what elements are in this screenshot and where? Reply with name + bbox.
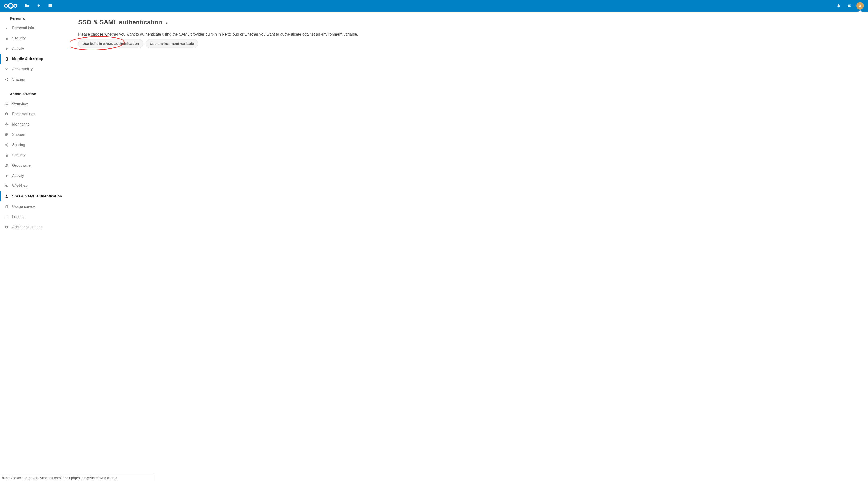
page-title: SSO & SAML authentication bbox=[78, 19, 162, 26]
sidebar-item-support[interactable]: Support bbox=[0, 129, 70, 140]
sidebar-item-workflow[interactable]: Workflow bbox=[0, 181, 70, 191]
svg-point-20 bbox=[6, 195, 7, 196]
sidebar-item-label: Usage survey bbox=[12, 204, 35, 209]
sidebar-item-overview[interactable]: Overview bbox=[0, 99, 70, 109]
use-env-variable-button[interactable]: Use environment variable bbox=[146, 39, 198, 48]
contacts-icon[interactable] bbox=[846, 3, 851, 9]
accessibility-icon bbox=[4, 67, 9, 71]
activity-bolt-icon[interactable] bbox=[36, 3, 41, 9]
main-content: SSO & SAML authentication i Please choos… bbox=[70, 12, 868, 474]
sidebar-item-label: Security bbox=[12, 153, 26, 157]
sidebar-item-mobile-desktop[interactable]: Mobile & desktop bbox=[0, 54, 70, 64]
gear-icon bbox=[4, 225, 9, 229]
header-left bbox=[3, 2, 53, 9]
list-icon bbox=[4, 101, 9, 106]
use-builtin-saml-button[interactable]: Use built-in SAML authentication bbox=[78, 39, 143, 48]
list-icon bbox=[4, 215, 9, 219]
person-icon bbox=[4, 194, 9, 199]
user-icon bbox=[4, 163, 9, 168]
sidebar-item-security-admin[interactable]: Security bbox=[0, 150, 70, 160]
sidebar-item-monitoring[interactable]: Monitoring bbox=[0, 119, 70, 129]
sidebar-item-activity-admin[interactable]: Activity bbox=[0, 171, 70, 181]
svg-point-7 bbox=[7, 78, 8, 79]
sidebar-section-admin: Administration bbox=[0, 89, 70, 99]
gear-icon bbox=[4, 112, 9, 117]
tag-icon bbox=[4, 184, 9, 188]
sidebar-item-personal-info[interactable]: i Personal info bbox=[0, 23, 70, 33]
speech-icon bbox=[4, 132, 9, 137]
header-right: A bbox=[836, 2, 866, 9]
sidebar-item-sharing-admin[interactable]: Sharing bbox=[0, 140, 70, 150]
svg-text:i: i bbox=[6, 26, 7, 30]
svg-point-17 bbox=[5, 145, 6, 146]
sidebar-item-label: Activity bbox=[12, 174, 24, 178]
sidebar-item-label: Basic settings bbox=[12, 112, 35, 116]
gallery-icon[interactable] bbox=[48, 3, 53, 9]
sidebar-item-label: Additional settings bbox=[12, 225, 42, 229]
sidebar-item-label: Groupware bbox=[12, 163, 31, 168]
svg-point-8 bbox=[5, 79, 6, 80]
svg-point-1 bbox=[8, 3, 13, 8]
settings-sidebar: Personal i Personal info Security Activi… bbox=[0, 12, 70, 474]
sidebar-item-label: Support bbox=[12, 132, 25, 137]
files-icon[interactable] bbox=[24, 3, 30, 9]
bolt-icon bbox=[4, 46, 9, 51]
sidebar-item-label: Sharing bbox=[12, 143, 25, 147]
info-italic-icon: i bbox=[4, 26, 9, 30]
sidebar-item-sharing-personal[interactable]: Sharing bbox=[0, 74, 70, 85]
sidebar-item-groupware[interactable]: Groupware bbox=[0, 160, 70, 171]
sidebar-item-label: Workflow bbox=[12, 184, 28, 188]
page-description: Please choose whether you want to authen… bbox=[78, 32, 860, 36]
avatar[interactable]: A bbox=[856, 2, 864, 9]
sidebar-item-label: Mobile & desktop bbox=[12, 57, 43, 61]
sidebar-item-label: SSO & SAML authentication bbox=[12, 194, 62, 198]
statusbar-url: https://nextcloud.greatbayconsult.com/in… bbox=[2, 476, 117, 480]
app-header: A bbox=[0, 0, 868, 12]
sidebar-item-logging[interactable]: Logging bbox=[0, 212, 70, 222]
share-icon bbox=[4, 142, 9, 147]
sidebar-item-sso-saml[interactable]: SSO & SAML authentication bbox=[0, 191, 70, 201]
sidebar-item-label: Accessibility bbox=[12, 67, 32, 71]
page-title-row: SSO & SAML authentication i bbox=[78, 19, 860, 26]
sidebar-item-label: Personal info bbox=[12, 26, 34, 30]
svg-point-19 bbox=[6, 164, 7, 165]
phone-icon bbox=[4, 57, 9, 61]
sidebar-item-usage-survey[interactable]: Usage survey bbox=[0, 201, 70, 212]
lock-icon bbox=[4, 36, 9, 41]
svg-point-6 bbox=[6, 68, 7, 68]
layout: Personal i Personal info Security Activi… bbox=[0, 12, 868, 474]
pulse-icon bbox=[4, 122, 9, 127]
svg-point-18 bbox=[7, 146, 8, 147]
sidebar-item-accessibility[interactable]: Accessibility bbox=[0, 64, 70, 74]
svg-point-16 bbox=[7, 143, 8, 144]
notifications-icon[interactable] bbox=[836, 3, 841, 9]
statusbar-area: https://nextcloud.greatbayconsult.com/in… bbox=[0, 474, 868, 481]
sidebar-item-label: Logging bbox=[12, 215, 26, 219]
nextcloud-logo-icon[interactable] bbox=[3, 2, 18, 9]
lock-icon bbox=[4, 153, 9, 158]
svg-point-0 bbox=[5, 4, 7, 7]
sidebar-item-label: Monitoring bbox=[12, 122, 30, 126]
sidebar-item-label: Security bbox=[12, 36, 26, 40]
sidebar-item-additional-settings[interactable]: Additional settings bbox=[0, 222, 70, 232]
svg-point-9 bbox=[7, 80, 8, 81]
share-icon bbox=[4, 77, 9, 82]
svg-rect-22 bbox=[6, 205, 7, 206]
sidebar-item-security[interactable]: Security bbox=[0, 33, 70, 43]
sidebar-item-activity[interactable]: Activity bbox=[0, 43, 70, 54]
browser-statusbar: https://nextcloud.greatbayconsult.com/in… bbox=[0, 474, 154, 481]
sidebar-item-label: Overview bbox=[12, 102, 28, 106]
info-icon[interactable]: i bbox=[166, 20, 168, 25]
avatar-letter: A bbox=[859, 4, 861, 8]
svg-point-2 bbox=[14, 4, 17, 7]
clipboard-icon bbox=[4, 204, 9, 209]
sidebar-item-label: Sharing bbox=[12, 77, 25, 82]
sidebar-item-label: Activity bbox=[12, 46, 24, 51]
bolt-icon bbox=[4, 173, 9, 178]
sidebar-item-basic-settings[interactable]: Basic settings bbox=[0, 109, 70, 119]
auth-choice-buttons: Use built-in SAML authentication Use env… bbox=[78, 39, 860, 48]
sidebar-section-personal: Personal bbox=[0, 13, 70, 23]
